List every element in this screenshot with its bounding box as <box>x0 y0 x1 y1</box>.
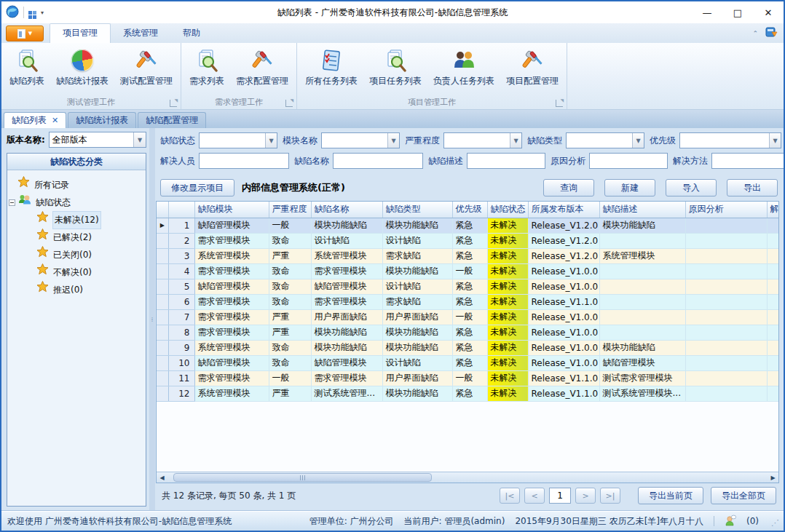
cell-analysis[interactable] <box>685 370 767 386</box>
cell-status[interactable]: 未解决 <box>487 294 528 309</box>
table-row[interactable]: 9系统管理模块致命模块功能缺陷模块功能缺陷紧急未解决Release_V1.0.0… <box>157 340 778 355</box>
cell-release[interactable]: Release_V1.1.0 <box>528 370 599 386</box>
cell-release[interactable]: Release_V1.0.0 <box>528 279 599 294</box>
cell-priority[interactable]: 一般 <box>452 370 487 386</box>
cell-release[interactable]: Release_V1.2.0 <box>528 248 599 263</box>
table-row[interactable]: 7需求管理模块严重用户界面缺陷用户界面缺陷一般未解决Release_V1.0.0 <box>157 309 778 325</box>
cell-module[interactable]: 需求管理模块 <box>194 325 269 340</box>
cell-description[interactable]: 缺陷管理模块 <box>599 355 685 370</box>
cell-type[interactable]: 需求缺陷 <box>382 248 452 263</box>
scroll-left-icon[interactable]: ◀ <box>157 472 167 483</box>
cell-analysis[interactable] <box>685 294 767 309</box>
cell-priority[interactable]: 紧急 <box>452 233 487 248</box>
cell-severity[interactable]: 严重 <box>269 325 311 340</box>
resize-grip-icon[interactable] <box>770 517 779 525</box>
cell-module[interactable]: 需求管理模块 <box>194 370 269 386</box>
cell-name[interactable]: 需求管理模块 <box>311 263 382 279</box>
cell-module[interactable]: 系统管理模块 <box>194 248 269 263</box>
cell-severity[interactable]: 严重 <box>269 248 311 263</box>
cell-status[interactable]: 未解决 <box>487 233 528 248</box>
close-tab-icon[interactable]: ✕ <box>52 116 58 125</box>
modify-columns-button[interactable]: 修改显示项目 <box>160 179 234 196</box>
cell-type[interactable]: 用户界面缺陷 <box>382 309 452 325</box>
cell-module[interactable]: 系统管理模块 <box>194 386 269 401</box>
ribbon-collapse-icon[interactable]: ⌃ <box>752 30 758 37</box>
close-button[interactable]: ✕ <box>753 1 784 23</box>
cell-status[interactable]: 未解决 <box>487 386 528 401</box>
collapse-expander-icon[interactable] <box>9 199 15 206</box>
column-header[interactable]: 缺陷描述 <box>599 202 685 218</box>
new-button[interactable]: 新建 <box>604 179 655 196</box>
cell-solution[interactable] <box>767 233 778 248</box>
cell-module[interactable]: 系统管理模块 <box>194 340 269 355</box>
cell-name[interactable]: 系统管理模块 <box>311 248 382 263</box>
export-button[interactable]: 导出 <box>727 179 778 196</box>
help-icon[interactable] <box>765 26 778 40</box>
doc-tab-defect-config[interactable]: 缺陷配置管理 <box>138 112 206 128</box>
cell-description[interactable] <box>599 263 685 279</box>
tree-item-wont-fix[interactable]: 不解决(0) <box>17 263 144 281</box>
ribbon-tab-system[interactable]: 系统管理 <box>111 24 170 43</box>
cell-priority[interactable]: 紧急 <box>452 294 487 309</box>
cell-severity[interactable]: 致命 <box>269 340 311 355</box>
cell-status[interactable]: 未解决 <box>487 279 528 294</box>
defect-desc-input[interactable] <box>467 153 545 169</box>
cell-description[interactable]: 测试需求管理模块 <box>599 370 685 386</box>
table-row[interactable]: 6需求管理模块致命需求管理模块需求缺陷紧急未解决Release_V1.1.0 <box>157 294 778 309</box>
cell-solution[interactable] <box>767 355 778 370</box>
person-message-icon[interactable] <box>725 515 736 528</box>
cell-priority[interactable]: 一般 <box>452 309 487 325</box>
defect-list-button[interactable]: 缺陷列表 <box>4 45 50 89</box>
cell-severity[interactable]: 一般 <box>269 370 311 386</box>
cell-priority[interactable]: 紧急 <box>452 386 487 401</box>
defect-report-button[interactable]: 缺陷统计报表 <box>51 45 114 89</box>
cell-status[interactable]: 未解决 <box>487 309 528 325</box>
priority-select[interactable]: ▼ <box>679 132 781 148</box>
cell-name[interactable]: 模块功能缺陷 <box>311 325 382 340</box>
cell-severity[interactable]: 致命 <box>269 279 311 294</box>
cell-type[interactable]: 模块功能缺陷 <box>382 218 452 233</box>
cell-description[interactable] <box>599 279 685 294</box>
requirement-list-button[interactable]: 需求列表 <box>184 45 229 89</box>
cell-type[interactable]: 设计缺陷 <box>382 355 452 370</box>
query-button[interactable]: 查询 <box>543 179 594 196</box>
column-header[interactable]: 严重程度 <box>269 202 311 218</box>
cell-release[interactable]: Release_V1.0.0 <box>528 263 599 279</box>
cell-description[interactable]: 模块功能缺陷 <box>599 340 685 355</box>
cell-analysis[interactable] <box>685 233 767 248</box>
minimize-button[interactable]: — <box>692 1 722 23</box>
ribbon-tab-help[interactable]: 帮助 <box>170 24 213 43</box>
cell-type[interactable]: 需求缺陷 <box>382 294 452 309</box>
cell-module[interactable]: 需求管理模块 <box>194 233 269 248</box>
cell-solution[interactable] <box>767 279 778 294</box>
cell-solution[interactable] <box>767 218 778 233</box>
ribbon-tab-project[interactable]: 项目管理 <box>50 23 111 43</box>
export-current-page-button[interactable]: 导出当前页 <box>638 487 703 504</box>
cell-module[interactable]: 缺陷管理模块 <box>194 279 269 294</box>
cell-name[interactable]: 缺陷管理模块 <box>311 355 382 370</box>
column-header[interactable]: 优先级 <box>452 202 487 218</box>
cell-module[interactable]: 需求管理模块 <box>194 263 269 279</box>
table-row[interactable]: 4需求管理模块致命需求管理模块模块功能缺陷一般未解决Release_V1.0.0 <box>157 263 778 279</box>
module-name-select[interactable]: ▼ <box>321 132 400 148</box>
cell-description[interactable] <box>599 325 685 340</box>
cell-status[interactable]: 未解决 <box>487 248 528 263</box>
tree-item-postponed[interactable]: 推迟(0) <box>17 281 144 298</box>
tree-item-unresolved[interactable]: 未解决(12) <box>17 211 144 229</box>
cell-description[interactable]: 测试系统管理模块... <box>599 386 685 401</box>
dialog-launcher-icon[interactable] <box>285 100 293 107</box>
cell-module[interactable]: 缺陷管理模块 <box>194 355 269 370</box>
cell-solution[interactable] <box>767 309 778 325</box>
project-tasks-button[interactable]: 项目任务列表 <box>364 45 427 89</box>
quick-access-caret-icon[interactable]: ▾ <box>41 9 44 16</box>
all-tasks-button[interactable]: 所有任务列表 <box>300 45 363 89</box>
cell-description[interactable]: 系统管理模块 <box>599 248 685 263</box>
cell-name[interactable]: 需求管理模块 <box>311 370 382 386</box>
page-number-input[interactable] <box>549 488 571 504</box>
cell-release[interactable]: Release_V1.1.0 <box>528 294 599 309</box>
solution-input[interactable] <box>711 153 785 169</box>
cell-severity[interactable]: 致命 <box>269 233 311 248</box>
tree-item-resolved[interactable]: 已解决(2) <box>17 229 144 246</box>
cell-release[interactable]: Release_V1.2.0 <box>528 233 599 248</box>
cell-priority[interactable]: 紧急 <box>452 248 487 263</box>
